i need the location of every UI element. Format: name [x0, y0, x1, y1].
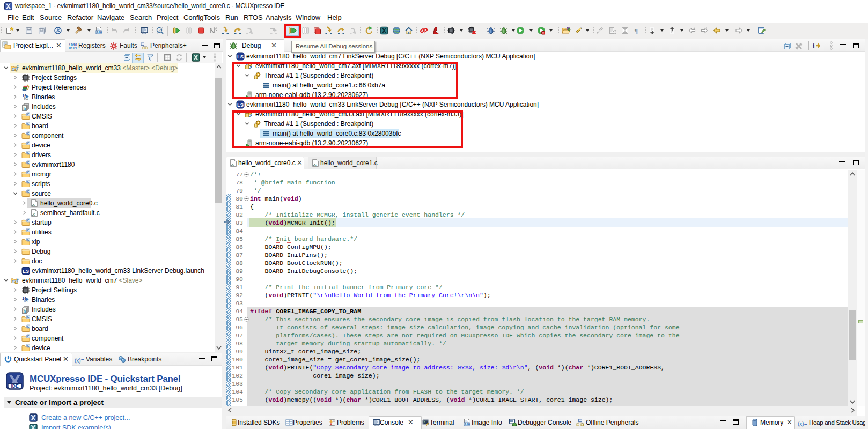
svg-text:010: 010 — [465, 423, 470, 426]
svg-text:¶: ¶ — [635, 27, 638, 35]
svg-text:i: i — [813, 42, 815, 50]
svg-text:010: 010 — [97, 31, 102, 34]
svg-text:IDE: IDE — [11, 383, 19, 389]
